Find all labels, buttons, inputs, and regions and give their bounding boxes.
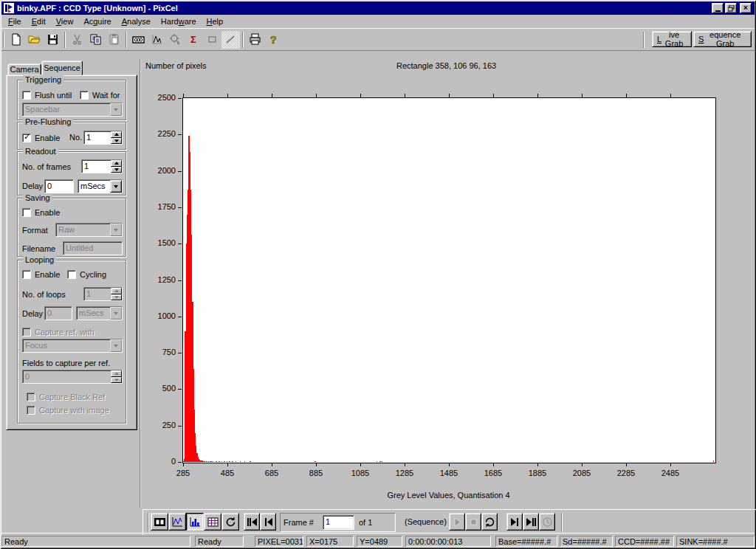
- save-button[interactable]: [44, 31, 62, 49]
- histogram-bar: [200, 460, 202, 462]
- menu-item-file[interactable]: File: [3, 15, 27, 27]
- readout-delay-field[interactable]: 0: [44, 179, 74, 193]
- histogram-bar: [202, 460, 203, 462]
- histogram-bar: [202, 461, 204, 462]
- toolbar-gripper: [3, 32, 4, 48]
- y-tick-label: 1250: [146, 275, 176, 284]
- toolbar-separator: [561, 513, 563, 532]
- cycling-checkbox[interactable]: Cycling: [67, 269, 106, 279]
- histogram-bar: [229, 461, 230, 462]
- saving-group: Saving Enable Format Raw Filename Untitl…: [17, 198, 126, 257]
- y-tick-label: 2500: [146, 93, 176, 102]
- menu-item-view[interactable]: View: [51, 15, 79, 27]
- x-tick-top: [449, 94, 450, 97]
- histogram-icon: [189, 516, 202, 528]
- copy-button[interactable]: [86, 31, 105, 49]
- pre-flush-enable-checkbox[interactable]: ✓ Enable: [22, 133, 60, 142]
- status-panel-cursor-x: X=0175: [306, 536, 354, 547]
- table-view-button[interactable]: [204, 513, 221, 531]
- loops-label: No. of loops: [22, 290, 66, 299]
- chevron-down-icon[interactable]: [110, 180, 122, 193]
- status-panel-ccd-value: CCD=####.##: [615, 536, 674, 547]
- x-tick: [405, 463, 405, 466]
- y-tick: [178, 353, 182, 353]
- x-tick: [183, 463, 184, 466]
- process-button: [166, 31, 185, 49]
- sequence-grab-button[interactable]: Sequence Grab: [693, 31, 752, 47]
- tab-sequence[interactable]: Sequence: [41, 61, 83, 75]
- restore-button[interactable]: [725, 3, 737, 13]
- spin-up-icon[interactable]: [111, 131, 122, 138]
- y-tick: [178, 207, 182, 208]
- readout-delay-units-combo[interactable]: mSecs: [78, 179, 123, 193]
- histogram-bar: [196, 446, 197, 462]
- saving-group-title: Saving: [23, 193, 52, 202]
- toolbar-separator: [64, 32, 66, 48]
- print-button[interactable]: [246, 31, 264, 49]
- tab-camera[interactable]: Camera: [7, 63, 41, 75]
- histogram-bar: [186, 244, 188, 462]
- histogram-bar: [193, 369, 194, 462]
- print-icon: [249, 33, 261, 46]
- saving-enable-checkbox[interactable]: Enable: [22, 207, 60, 217]
- looping-enable-checkbox[interactable]: Enable: [22, 269, 60, 279]
- looping-group: Looping Enable Cycling No. of loops 1 De…: [17, 260, 126, 424]
- last-frame-button[interactable]: [523, 513, 539, 531]
- flush-until-checkbox[interactable]: Flush until: [22, 90, 72, 100]
- first-frame-button[interactable]: [244, 513, 260, 531]
- y-tick: [178, 98, 182, 99]
- wait-for-checkbox[interactable]: Wait for: [80, 90, 120, 100]
- x-tick: [227, 463, 228, 466]
- frames-spinner[interactable]: 1: [81, 159, 123, 173]
- menu-item-help[interactable]: Help: [202, 15, 229, 27]
- readout-group-title: Readout: [23, 147, 58, 156]
- menu-item-edit[interactable]: Edit: [27, 15, 51, 27]
- svg-text:?: ?: [270, 34, 277, 46]
- histogram-bar: [236, 461, 237, 462]
- minimize-button[interactable]: [712, 3, 724, 13]
- histogram-view-button[interactable]: [186, 513, 204, 531]
- spin-down-icon[interactable]: [111, 138, 122, 145]
- x-tick-label: 1885: [520, 469, 555, 477]
- loop-button[interactable]: [481, 513, 498, 531]
- ccd-readout-button[interactable]: [129, 31, 148, 49]
- help-button[interactable]: ?: [264, 31, 283, 49]
- sequence-toolbar: Frame # 1 of 1 (Sequence): [142, 509, 756, 535]
- histogram-bar: [315, 461, 316, 462]
- graph-view-button[interactable]: [148, 31, 166, 49]
- histogram-bar: [204, 461, 205, 462]
- checkbox-box: [67, 270, 76, 279]
- profile-view-button[interactable]: [168, 513, 186, 531]
- close-button[interactable]: ×: [740, 3, 752, 13]
- chevron-down-icon: [110, 224, 122, 236]
- next-frame-button[interactable]: [506, 513, 523, 531]
- y-tick: [178, 244, 182, 244]
- gear-search-icon: [169, 33, 182, 46]
- previous-frame-button[interactable]: [260, 513, 276, 531]
- menu-item-acquire[interactable]: Acquire: [78, 15, 116, 27]
- histogram-bar: [240, 461, 241, 462]
- refresh-view-button[interactable]: [221, 513, 239, 531]
- capture-with-image-checkbox: Capture with image: [27, 405, 109, 415]
- pre-flush-count-spinner[interactable]: 1: [83, 131, 123, 145]
- checkbox-label: Enable: [35, 208, 60, 217]
- menu-item-hardware[interactable]: Hardware: [156, 15, 202, 27]
- frame-number-input[interactable]: 1: [323, 515, 354, 530]
- sequence-view-button[interactable]: [151, 513, 168, 531]
- histogram-bar: [201, 460, 202, 462]
- sequence-tab-page: Triggering Flush until Wait for Spacebar…: [6, 75, 137, 430]
- fields-per-ref-spinner: 0: [22, 370, 123, 384]
- menu-item-analyse[interactable]: Analyse: [117, 15, 156, 27]
- spin-up-icon[interactable]: [111, 160, 122, 167]
- trigger-source-combo: Spacebar: [22, 103, 123, 117]
- chart-x-title: Grey Level Values, Quantisation 4: [182, 491, 715, 500]
- chart-y-title: Number of pixels: [145, 61, 207, 70]
- statistics-button[interactable]: Σ: [185, 31, 203, 49]
- new-button[interactable]: [7, 31, 25, 49]
- y-tick-label: 750: [146, 348, 176, 356]
- live-grab-button[interactable]: Live Grab: [652, 31, 692, 47]
- histogram-bar: [377, 461, 378, 462]
- spin-down-icon[interactable]: [111, 167, 122, 173]
- open-button[interactable]: [25, 31, 44, 49]
- histogram-bar: [379, 461, 381, 462]
